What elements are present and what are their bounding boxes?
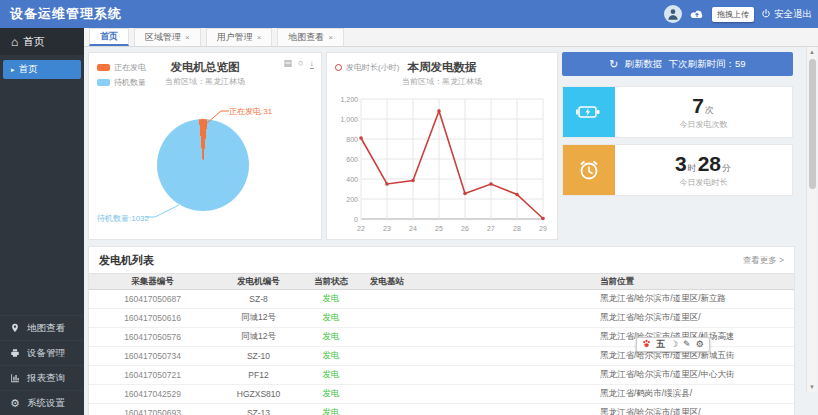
line-legend-marker-icon bbox=[335, 64, 342, 71]
line-chart: 02004006008001,0001,2002223242526272829 bbox=[331, 91, 553, 237]
pie-chart[interactable] bbox=[157, 119, 249, 211]
line-chart-subtitle: 当前区域：黑龙江林场 bbox=[327, 76, 557, 87]
cell-collector: 160417050576 bbox=[89, 332, 216, 342]
legend-swatch-icon bbox=[97, 79, 110, 86]
stat-value: 3时28分 bbox=[675, 152, 732, 176]
table-row[interactable]: 160417050616同城12号发电黑龙江省/哈尔滨市/道里区/ bbox=[89, 309, 794, 328]
generator-table-panel: 发电机列表 查看更多 > 采集器编号发电机编号当前状态发电基站当前位置16041… bbox=[88, 246, 795, 415]
line-chart-panel: 发电时长(小时) 本周发电数据 当前区域：黑龙江林场 0200400600800… bbox=[326, 52, 558, 240]
logout-button[interactable]: 安全退出 bbox=[761, 8, 812, 21]
sidebar-active-label: 首页 bbox=[19, 63, 38, 76]
cell-generator: 同城12号 bbox=[216, 331, 301, 343]
tab-bar: 首页区域管理×用户管理×地图查看× bbox=[84, 28, 818, 47]
vertical-scrollbar: ▲ ▼ bbox=[806, 47, 817, 392]
sidebar-item-label: 报表查询 bbox=[27, 372, 65, 385]
legend-label: 正在发电 bbox=[114, 62, 146, 73]
scroll-down-icon[interactable]: ▼ bbox=[807, 384, 817, 390]
upload-tooltip: 拖拽上传 bbox=[712, 7, 754, 22]
svg-text:26: 26 bbox=[461, 225, 469, 232]
tab-label: 地图查看 bbox=[288, 31, 324, 44]
person-icon bbox=[666, 7, 680, 21]
pie-legend: 正在发电待机数量 bbox=[97, 62, 146, 92]
cell-status: 发电 bbox=[301, 293, 361, 305]
tab-首页[interactable]: 首页 bbox=[89, 28, 129, 46]
table-row[interactable]: 160417042529HGZXS810发电黑龙江省/鹤岗市/绥滨县/ bbox=[89, 385, 794, 404]
moon-icon[interactable]: ☽ bbox=[670, 340, 678, 349]
scroll-up-icon[interactable]: ▲ bbox=[807, 49, 817, 55]
tab-用户管理[interactable]: 用户管理× bbox=[206, 28, 273, 46]
sidebar-item-label: 设备管理 bbox=[27, 347, 65, 360]
cell-collector: 160417050721 bbox=[89, 370, 216, 380]
svg-text:28: 28 bbox=[513, 225, 521, 232]
stat-card-generation-duration: 3时28分今日发电时长 bbox=[562, 144, 793, 196]
wubi-five-icon[interactable]: 五 bbox=[656, 340, 665, 349]
cell-generator: 同城12号 bbox=[216, 312, 301, 324]
svg-text:400: 400 bbox=[346, 176, 358, 183]
tab-label: 用户管理 bbox=[217, 31, 253, 44]
table-title: 发电机列表 bbox=[99, 253, 154, 268]
report-icon bbox=[9, 373, 21, 383]
cell-collector: 160417050687 bbox=[89, 294, 216, 304]
tab-区域管理[interactable]: 区域管理× bbox=[134, 28, 201, 46]
tab-close-icon[interactable]: × bbox=[328, 33, 333, 42]
map-pin-icon bbox=[9, 323, 21, 333]
paw-icon[interactable] bbox=[642, 339, 651, 350]
pie-label-standby: 待机数量:1032 bbox=[97, 213, 149, 224]
tab-close-icon[interactable]: × bbox=[185, 33, 190, 42]
cell-status: 发电 bbox=[301, 407, 361, 415]
pen-icon[interactable]: ✎ bbox=[683, 340, 691, 349]
svg-text:1,000: 1,000 bbox=[340, 116, 358, 123]
svg-text:24: 24 bbox=[409, 225, 417, 232]
cell-location: 黑龙江省/鹤岗市/绥滨县/ bbox=[591, 388, 794, 400]
sidebar-item-home[interactable]: ⌂ 首页 bbox=[0, 28, 84, 55]
cell-generator: PF12 bbox=[216, 370, 301, 380]
user-avatar[interactable] bbox=[664, 5, 682, 23]
line-legend-item[interactable]: 发电时长(小时) bbox=[335, 62, 399, 73]
line-legend: 发电时长(小时) bbox=[335, 62, 399, 77]
cell-location: 黑龙江省/哈尔滨市/道里区/ bbox=[591, 312, 794, 324]
scrollbar-thumb[interactable] bbox=[809, 59, 816, 189]
tab-label: 区域管理 bbox=[145, 31, 181, 44]
logout-label: 安全退出 bbox=[774, 8, 812, 21]
view-more-link[interactable]: 查看更多 > bbox=[743, 255, 784, 267]
sidebar-item-map-pin[interactable]: 地图查看 bbox=[0, 315, 84, 340]
table-row[interactable]: 160417050687SZ-8发电黑龙江省/哈尔滨市/道里区/新立路 bbox=[89, 290, 794, 309]
sidebar-item-device[interactable]: 设备管理 bbox=[0, 340, 84, 365]
pie-legend-item[interactable]: 待机数量 bbox=[97, 77, 146, 88]
cell-collector: 160417050616 bbox=[89, 313, 216, 323]
main-content: 正在发电待机数量 发电机总览图 当前区域：黑龙江林场 ▤ ○ ↓ 正在发电:31… bbox=[84, 47, 818, 415]
sidebar-item-gear[interactable]: ⚙系统设置 bbox=[0, 390, 84, 415]
svg-text:800: 800 bbox=[346, 136, 358, 143]
table-row[interactable]: 160417050721PF12发电黑龙江省/哈尔滨市/道里区/中心大街 bbox=[89, 366, 794, 385]
data-view-icon[interactable]: ▤ bbox=[284, 59, 293, 69]
restore-icon[interactable]: ○ bbox=[298, 59, 303, 69]
cell-status: 发电 bbox=[301, 312, 361, 324]
sidebar-item-report[interactable]: 报表查询 bbox=[0, 365, 84, 390]
app-window: 设备运维管理系统 拖拽上传 安全退出 ⌂ 首页 ▸ 首页 地图查看设备管理报表查… bbox=[0, 0, 818, 415]
pie-label-active: 正在发电:31 bbox=[229, 106, 272, 117]
gear-icon[interactable]: ⚙ bbox=[696, 340, 704, 349]
legend-swatch-icon bbox=[97, 64, 110, 71]
refresh-data-button[interactable]: ↻ 刷新数据 下次刷新时间：59 bbox=[562, 52, 793, 76]
pie-toolbar: ▤ ○ ↓ bbox=[284, 59, 314, 69]
pie-legend-item[interactable]: 正在发电 bbox=[97, 62, 146, 73]
tab-close-icon[interactable]: × bbox=[257, 33, 262, 42]
ime-toolbar: 五 ☽ ✎ ⚙ bbox=[636, 337, 710, 352]
cloud-upload-icon[interactable] bbox=[689, 8, 705, 20]
download-icon[interactable]: ↓ bbox=[310, 59, 315, 69]
stat-caption: 今日发电次数 bbox=[680, 119, 728, 130]
column-header: 发电基站 bbox=[361, 276, 591, 288]
sidebar-home-label: 首页 bbox=[23, 35, 44, 49]
cell-location: 黑龙江省/哈尔滨市/道里区/ bbox=[591, 407, 794, 415]
cell-status: 发电 bbox=[301, 350, 361, 362]
refresh-icon: ↻ bbox=[609, 58, 618, 71]
sidebar-subitem-home-active[interactable]: ▸ 首页 bbox=[3, 60, 81, 79]
svg-text:600: 600 bbox=[346, 156, 358, 163]
column-header: 当前状态 bbox=[301, 276, 361, 288]
table-row[interactable]: 160417050693SZ-13发电黑龙江省/哈尔滨市/道里区/ bbox=[89, 404, 794, 415]
app-title: 设备运维管理系统 bbox=[0, 5, 122, 23]
tab-地图查看[interactable]: 地图查看× bbox=[277, 28, 344, 46]
cell-location: 黑龙江省/哈尔滨市/道里区/新立路 bbox=[591, 293, 794, 305]
refresh-label: 刷新数据 bbox=[625, 58, 663, 71]
stat-card-generation-count: 7次今日发电次数 bbox=[562, 86, 793, 138]
